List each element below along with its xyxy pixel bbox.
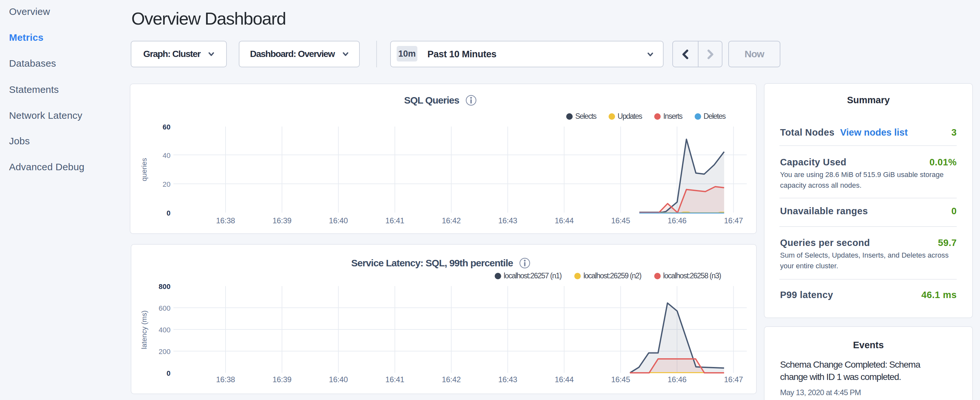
svg-text:latency (ms): latency (ms) <box>140 310 148 349</box>
svg-text:16:44: 16:44 <box>555 216 574 225</box>
svg-text:0: 0 <box>167 369 170 377</box>
svg-text:16:46: 16:46 <box>667 375 687 384</box>
svg-text:16:45: 16:45 <box>611 216 630 225</box>
svg-text:16:42: 16:42 <box>442 375 461 384</box>
svg-text:16:39: 16:39 <box>272 216 291 225</box>
svg-text:16:39: 16:39 <box>272 375 291 384</box>
svg-text:16:44: 16:44 <box>555 375 574 384</box>
svg-text:16:43: 16:43 <box>498 375 517 384</box>
svg-text:16:43: 16:43 <box>498 216 517 225</box>
svg-text:16:45: 16:45 <box>611 375 630 384</box>
svg-text:60: 60 <box>163 123 170 131</box>
svg-text:400: 400 <box>159 326 170 334</box>
svg-text:16:41: 16:41 <box>385 375 404 384</box>
svg-text:200: 200 <box>159 347 170 356</box>
svg-text:16:46: 16:46 <box>667 216 687 225</box>
svg-text:16:41: 16:41 <box>385 216 404 225</box>
svg-text:16:38: 16:38 <box>216 375 235 384</box>
svg-text:16:42: 16:42 <box>442 216 461 225</box>
svg-text:16:47: 16:47 <box>724 375 743 384</box>
svg-text:800: 800 <box>159 282 170 291</box>
svg-text:16:47: 16:47 <box>724 216 743 225</box>
svg-text:600: 600 <box>159 304 170 312</box>
svg-text:40: 40 <box>163 151 170 159</box>
svg-text:16:38: 16:38 <box>216 216 235 225</box>
svg-text:20: 20 <box>163 180 170 188</box>
svg-text:16:40: 16:40 <box>329 375 348 384</box>
svg-text:0: 0 <box>167 209 170 217</box>
svg-text:queries: queries <box>140 158 148 181</box>
svg-text:16:40: 16:40 <box>329 216 348 225</box>
